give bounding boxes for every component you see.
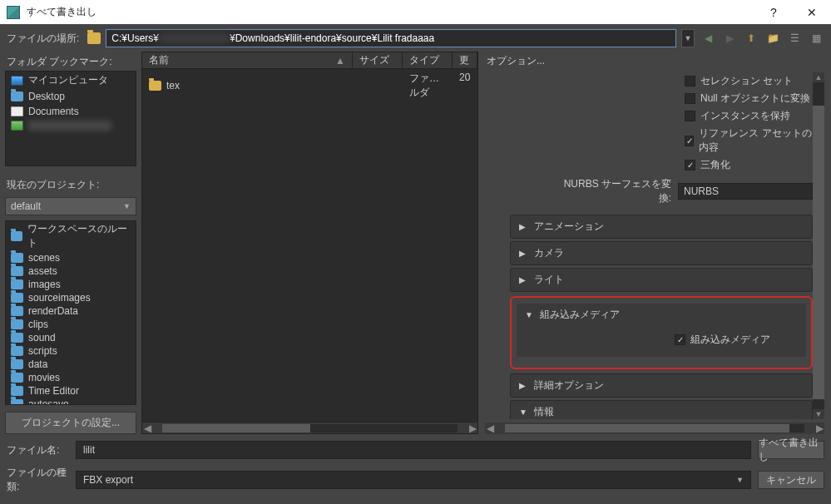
section: ▶カメラ xyxy=(510,241,813,265)
doc-icon xyxy=(11,106,23,116)
nav-forward-icon[interactable]: ▶ xyxy=(721,30,738,47)
redacted-text xyxy=(159,32,230,44)
tree-item[interactable]: scenes xyxy=(6,251,136,264)
options-scroll: セレクション セットNull オブジェクトに変換インスタンスを保持リファレンス … xyxy=(485,72,824,419)
section-head[interactable]: ▶ライト xyxy=(511,269,812,291)
chevron-right-icon: ▶ xyxy=(519,381,527,390)
tree-item[interactable]: sourceimages xyxy=(6,291,136,304)
file-name: tex xyxy=(166,80,180,91)
folder-icon xyxy=(11,333,23,343)
file-type: ファ…ルダ xyxy=(403,71,453,101)
tree-item[interactable]: ワークスペースのルート xyxy=(6,221,136,251)
checkbox[interactable] xyxy=(685,111,695,121)
monitor-icon xyxy=(11,76,23,86)
tree-item[interactable]: clips xyxy=(6,318,136,331)
chevron-right-icon: ▶ xyxy=(519,249,527,258)
checkbox-label: インスタンスを保持 xyxy=(700,109,790,123)
tree-item[interactable]: Time Editor xyxy=(6,384,136,398)
folder-icon xyxy=(11,373,23,383)
bookmark-item[interactable]: Desktop xyxy=(6,89,136,104)
left-panel: フォルダ ブックマーク: マイコンピュータDesktopDocuments 現在… xyxy=(0,52,141,434)
checkbox-embed-media[interactable] xyxy=(675,334,685,345)
checkbox[interactable] xyxy=(685,76,695,86)
tree-item[interactable]: assets xyxy=(6,264,136,278)
section-advanced: ▶ 詳細オプション xyxy=(510,373,813,398)
section-head-info[interactable]: ▼ 情報 xyxy=(511,401,812,419)
column-size[interactable]: サイズ xyxy=(353,52,403,68)
tree-item-label: assets xyxy=(28,265,57,277)
tree-item-label: movies xyxy=(28,372,60,383)
bookmark-item[interactable]: マイコンピュータ xyxy=(6,72,136,89)
chevron-right-icon: ▶ xyxy=(519,222,527,231)
tree-item[interactable]: data xyxy=(6,358,136,371)
folder-icon xyxy=(11,359,23,369)
bookmark-label: Documents xyxy=(28,106,79,117)
nav-back-icon[interactable]: ◀ xyxy=(700,30,716,47)
tree-item-label: sourceimages xyxy=(28,292,91,304)
bookmark-label: Desktop xyxy=(28,91,65,102)
new-folder-icon[interactable]: 📁 xyxy=(764,30,781,47)
bookmark-item[interactable]: Documents xyxy=(6,104,136,119)
tree-item-label: Time Editor xyxy=(28,385,79,397)
file-list: 名前▲ サイズ タイプ 更 texファ…ルダ20 ◀▶ xyxy=(141,52,478,434)
bookmark-item[interactable] xyxy=(6,119,136,132)
tree-item-label: data xyxy=(28,358,47,370)
folder-icon xyxy=(11,306,23,316)
checkbox-row: インスタンスを保持 xyxy=(510,107,813,125)
checkbox-label: セレクション セット xyxy=(700,74,793,88)
section-head[interactable]: ▶カメラ xyxy=(511,242,812,264)
checkbox-label: Null オブジェクトに変換 xyxy=(700,91,810,106)
tree-item[interactable]: scripts xyxy=(6,344,136,358)
bookmark-label: マイコンピュータ xyxy=(28,73,108,87)
tree-item-label: autosave xyxy=(28,398,69,405)
folder-icon xyxy=(11,231,22,241)
close-button[interactable]: ✕ xyxy=(793,0,831,25)
vertical-scrollbar[interactable]: ▲▼ xyxy=(813,72,824,419)
path-history-dropdown[interactable]: ▼ xyxy=(681,29,695,47)
export-all-button[interactable]: すべて書き出し xyxy=(758,441,824,459)
section-head-advanced[interactable]: ▶ 詳細オプション xyxy=(511,374,812,397)
cancel-button[interactable]: キャンセル xyxy=(758,471,824,489)
path-input[interactable]: C:¥Users¥¥Downloads¥lilit-endora¥source¥… xyxy=(106,29,676,47)
window-title: すべて書き出し xyxy=(27,5,96,19)
horizontal-scrollbar[interactable]: ◀▶ xyxy=(485,422,824,434)
tree-item-label: images xyxy=(28,279,61,290)
drive-icon xyxy=(11,121,23,131)
folder-icon xyxy=(87,32,101,44)
project-label: 現在のプロジェクト: xyxy=(5,175,136,194)
tree-item[interactable]: autosave xyxy=(6,398,136,405)
horizontal-scrollbar[interactable]: ◀▶ xyxy=(142,422,477,433)
view-thumbnail-icon[interactable]: ▦ xyxy=(808,30,824,47)
chevron-down-icon: ▼ xyxy=(736,476,744,484)
checkbox-row: 三角化 xyxy=(510,156,813,174)
folder-icon xyxy=(149,81,161,91)
tree-item[interactable]: renderData xyxy=(6,304,136,318)
tree-item[interactable]: movies xyxy=(6,371,136,384)
tree-item[interactable]: sound xyxy=(6,331,136,344)
redacted-text xyxy=(28,121,111,131)
folder-icon xyxy=(11,266,23,276)
table-row[interactable]: texファ…ルダ20 xyxy=(142,69,477,102)
folder-icon xyxy=(11,293,23,303)
checkbox[interactable] xyxy=(685,93,695,104)
checkbox[interactable] xyxy=(685,136,694,146)
nav-up-icon[interactable]: ⬆ xyxy=(743,30,759,47)
column-name[interactable]: 名前▲ xyxy=(142,52,353,68)
nurbs-label: NURBS サーフェスを変換: xyxy=(555,177,671,205)
checkbox-row: Null オブジェクトに変換 xyxy=(510,90,813,107)
section-info: ▼ 情報 FBX プラグイン バージョン : 2017.0.1 Release … xyxy=(510,400,813,419)
view-list-icon[interactable]: ☰ xyxy=(786,30,803,47)
set-project-button[interactable]: プロジェクトの設定... xyxy=(5,412,136,434)
section-head[interactable]: ▶アニメーション xyxy=(511,215,812,238)
nurbs-value[interactable]: NURBS xyxy=(678,183,813,200)
column-type[interactable]: タイプ xyxy=(403,52,453,68)
column-date[interactable]: 更 xyxy=(453,52,477,68)
filetype-select[interactable]: FBX export ▼ xyxy=(76,471,751,489)
help-button[interactable]: ? xyxy=(754,0,793,25)
section-head-embed-media[interactable]: ▼ 組み込みメディア xyxy=(517,304,806,326)
project-select[interactable]: default ▼ xyxy=(5,197,136,215)
filename-input[interactable] xyxy=(76,441,751,459)
tree-item[interactable]: images xyxy=(6,278,136,291)
tree-item-label: scenes xyxy=(28,252,60,264)
checkbox[interactable] xyxy=(685,160,695,170)
